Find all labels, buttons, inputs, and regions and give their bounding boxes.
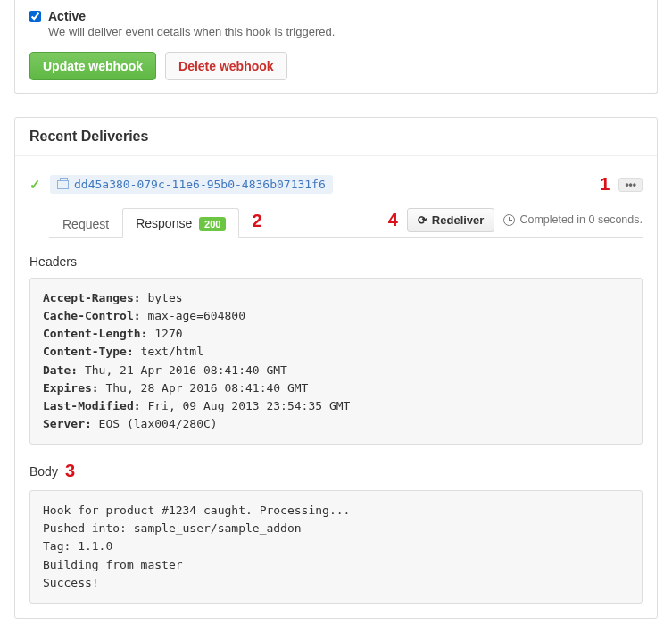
- body-label-row: Body 3: [29, 461, 643, 481]
- active-description: We will deliver event details when this …: [48, 25, 335, 38]
- recent-deliveries-panel: Recent Deliveries ✓ dd45a380-079c-11e6-9…: [14, 117, 658, 619]
- tab-response[interactable]: Response 200: [122, 208, 239, 238]
- headers-label: Headers: [29, 254, 643, 269]
- body-block: Hook for product #1234 caught. Processin…: [29, 490, 643, 604]
- headers-block: Accept-Ranges: bytes Cache-Control: max-…: [29, 278, 643, 445]
- body-label: Body: [29, 464, 58, 479]
- completed-text: Completed in 0 seconds.: [503, 213, 643, 226]
- annotation-4: 4: [388, 210, 398, 230]
- active-label: Active: [48, 9, 335, 23]
- annotation-1: 1: [600, 174, 610, 195]
- active-checkbox[interactable]: [29, 11, 41, 22]
- annotation-3: 3: [65, 461, 75, 481]
- tabs-row: Request Response 200 2 4 ⟳ Redeliver Com…: [49, 207, 643, 238]
- more-actions-button[interactable]: •••: [618, 178, 643, 192]
- webhook-settings-panel: Active We will deliver event details whe…: [14, 0, 658, 94]
- annotation-2: 2: [252, 211, 261, 231]
- active-checkbox-row: Active We will deliver event details whe…: [29, 9, 643, 38]
- delivery-row: ✓ dd45a380-079c-11e6-95b0-4836b07131f6 1…: [29, 171, 643, 207]
- tab-request[interactable]: Request: [49, 209, 122, 238]
- check-icon: ✓: [29, 177, 41, 193]
- status-badge: 200: [199, 217, 226, 231]
- completed-label: Completed in 0 seconds.: [519, 213, 643, 226]
- update-webhook-button[interactable]: Update webhook: [29, 52, 156, 80]
- recent-deliveries-title: Recent Deliveries: [15, 118, 657, 156]
- delivery-id-link[interactable]: dd45a380-079c-11e6-95b0-4836b07131f6: [50, 175, 333, 194]
- delete-webhook-button[interactable]: Delete webhook: [165, 52, 287, 80]
- reload-icon: ⟳: [418, 213, 427, 227]
- redeliver-label: Redeliver: [432, 213, 485, 227]
- button-row: Update webhook Delete webhook: [29, 52, 643, 80]
- delivery-id-text: dd45a380-079c-11e6-95b0-4836b07131f6: [74, 178, 326, 191]
- tab-response-label: Response: [136, 216, 192, 230]
- package-icon: [57, 180, 69, 189]
- clock-icon: [503, 214, 515, 226]
- redeliver-button[interactable]: ⟳ Redeliver: [407, 208, 495, 232]
